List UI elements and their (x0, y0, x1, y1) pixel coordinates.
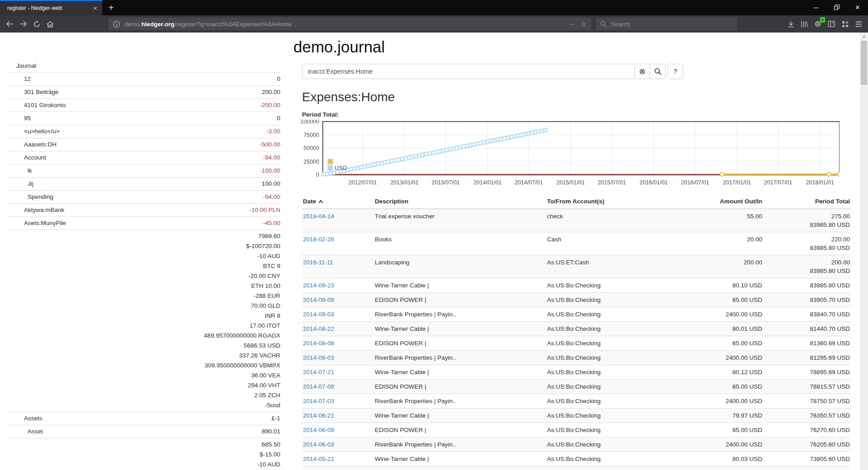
reload-icon (33, 21, 40, 28)
page-actions-icon[interactable]: ⋯ (569, 20, 575, 28)
sidebar-account-link[interactable]: <u>hello</u> (7, 127, 60, 136)
reload-button[interactable] (30, 17, 43, 31)
balance-amount: 294.00 VHT (204, 381, 280, 390)
transaction-date-link[interactable]: 2014-08-08 (303, 340, 334, 347)
transaction-amount: 80.12 USD (673, 365, 763, 380)
transaction-row[interactable]: 2016-11-11LandscapingAs:US:ET:Cash200.00… (302, 255, 851, 278)
back-button[interactable] (3, 17, 16, 31)
transaction-row[interactable]: 2014-06-03RiverBank Properties | Payin..… (302, 437, 851, 452)
sidebar-account-link[interactable]: Assets (7, 414, 42, 423)
column-header-date[interactable]: Date (302, 194, 374, 209)
search-button[interactable] (650, 64, 665, 79)
bookmark-star-icon[interactable]: ☆ (580, 20, 587, 28)
sidebar-account-link[interactable]: 95 (7, 113, 31, 123)
transaction-row[interactable]: 2014-07-09EDISON POWER |As:US:Bo:Checkin… (302, 380, 851, 394)
transaction-date-link[interactable]: 2016-11-11 (303, 259, 333, 266)
transaction-row[interactable]: 2014-08-03RiverBank Properties | Payin..… (302, 351, 851, 365)
transaction-row[interactable]: 2014-06-21Wine-Tarner Cable |As:US:Bo:Ch… (302, 409, 851, 423)
transaction-date-link[interactable]: 2014-07-03 (303, 398, 334, 404)
library-button[interactable] (797, 17, 811, 31)
transaction-row[interactable]: 2014-09-23Wine-Tarner Cable |As:US:Bo:Ch… (302, 278, 851, 293)
transaction-row[interactable]: 2014-09-08EDISON POWER |As:US:Bo:Checkin… (302, 293, 851, 307)
forward-button[interactable] (16, 17, 30, 31)
transaction-date-link[interactable]: 2014-06-21 (303, 412, 334, 419)
transaction-amount: 80.10 USD (673, 278, 763, 293)
transaction-row[interactable]: 2018-02-28BooksCash20.00220.0083985.80 U… (302, 232, 851, 255)
url-text[interactable]: demo.hledger.org/register?q=inacct%3AExp… (124, 21, 569, 28)
apps-button[interactable] (838, 17, 852, 31)
transaction-period-total: 83985.80 USD (763, 278, 851, 293)
transaction-row[interactable]: 2014-08-22Wine-Tarner Cable |As:US:Bo:Ch… (302, 322, 851, 336)
transaction-amount: 2400.00 USD (673, 394, 763, 409)
transaction-row[interactable]: 2014-09-03RiverBank Properties | Payin..… (302, 307, 851, 322)
series-point (827, 172, 830, 176)
clear-query-button[interactable]: ⊗ (635, 64, 650, 79)
register-table: DateDescriptionTo/From Account(s)Amount … (302, 194, 851, 470)
transaction-date-link[interactable]: 2014-06-03 (303, 441, 334, 448)
window-restore-button[interactable] (826, 0, 847, 14)
transaction-date-link[interactable]: 2014-08-03 (303, 354, 334, 361)
transaction-period-total: 83840.70 USD (763, 307, 851, 322)
transaction-account: As:US:Bo:Checking (546, 365, 673, 380)
menu-button[interactable] (852, 17, 865, 31)
transaction-row[interactable]: 2014-07-03RiverBank Properties | Payin..… (302, 394, 851, 409)
transaction-date-link[interactable]: 2014-09-08 (303, 296, 334, 303)
scrollbar-up-icon[interactable]: ▲ (860, 33, 868, 40)
reader-sidebar-button[interactable] (825, 17, 838, 31)
transaction-date-link[interactable]: 2014-08-22 (303, 325, 334, 332)
sidebar-account-link[interactable]: Aktywa:mBank (7, 205, 64, 215)
site-info-icon[interactable] (113, 21, 120, 28)
transaction-date-link[interactable]: 2014-05-21 (303, 456, 334, 462)
scrollbar-thumb[interactable] (861, 41, 867, 85)
transaction-row[interactable]: 2014-07-21Wine-Tarner Cable |As:US:Bo:Ch… (302, 365, 851, 380)
downloads-button[interactable] (784, 17, 797, 31)
transaction-date-link[interactable]: 2018-04-14 (303, 213, 334, 220)
browser-search-bar[interactable]: Search (596, 18, 737, 30)
transaction-account: As:US:Bo:Checking (546, 409, 673, 423)
transaction-date-link[interactable]: 2014-09-23 (303, 282, 334, 289)
transaction-date-link[interactable]: 2014-06-09 (303, 427, 334, 433)
sidebar-account-link[interactable]: 12 (7, 74, 31, 84)
transaction-row[interactable]: 2014-05-08EDISON POWER |As:US:Bo:Checkin… (302, 466, 851, 470)
tab-close-icon[interactable]: ✕ (89, 5, 98, 12)
balance-amount: 337.26 VACHR (204, 351, 280, 361)
query-input[interactable] (302, 64, 635, 79)
transaction-date-link[interactable]: 2014-09-03 (303, 311, 334, 318)
sidebar-account-link[interactable]: Jij (7, 179, 33, 189)
period-total-line: 81440.70 USD (764, 324, 850, 333)
sidebar-account-link[interactable]: 4101 Girokonto (7, 100, 66, 110)
period-total-chart[interactable]: 02500050000750001000002012/07/012013/01/… (301, 120, 858, 192)
help-button[interactable]: ? (668, 64, 683, 79)
transaction-period-total: 78895.69 USD (763, 365, 851, 380)
window-close-button[interactable]: ✕ (847, 0, 868, 14)
balance-amount: INR 8 (204, 311, 280, 321)
url-bar[interactable]: demo.hledger.org/register?q=inacct%3AExp… (108, 18, 591, 30)
transaction-row[interactable]: 2018-04-14Trial expense vouchercheck55.0… (302, 209, 851, 232)
transaction-row[interactable]: 2014-08-08EDISON POWER |As:US:Bo:Checkin… (302, 336, 851, 351)
transaction-date-link[interactable]: 2018-02-28 (303, 236, 334, 243)
window-minimize-button[interactable]: — (806, 0, 826, 14)
sidebar-account-link[interactable]: Spending (7, 192, 53, 202)
transaction-row[interactable]: 2014-05-21Wine-Tarner Cable |As:US:Bo:Ch… (302, 452, 851, 466)
sidebar-account-balance: -3.00 (266, 127, 280, 136)
transaction-amount: 65.00 USD (673, 423, 763, 437)
transaction-date-link[interactable]: 2014-07-21 (303, 369, 334, 376)
sidebar-account-link[interactable]: Asset (7, 427, 43, 437)
transaction-row[interactable]: 2014-06-09EDISON POWER |As:US:Bo:Checkin… (302, 423, 851, 437)
sidebar-account-row: Spending-94.00 (7, 190, 280, 203)
balance-amount: 7989.60 (204, 231, 280, 241)
transaction-date-link[interactable]: 2014-07-09 (303, 383, 334, 390)
sidebar-account-link[interactable]: 301 Beiträge (7, 87, 59, 97)
balance-amount: -10.00 PLN (250, 205, 280, 215)
browser-tab-active[interactable]: register - hledger-web ✕ (0, 0, 102, 15)
sidebar-account-link[interactable]: Account (7, 153, 46, 163)
sidebar-account-link[interactable]: Asets:MunyPile (7, 218, 66, 228)
sidebar-account-link[interactable]: lk (7, 166, 32, 176)
extension-button[interactable]: 0 (811, 17, 825, 31)
sidebar-account-link[interactable]: Journal (7, 61, 36, 71)
balance-amount: -20.00 CNY (204, 271, 280, 281)
page-scrollbar[interactable]: ▲ (860, 33, 868, 470)
sidebar-account-link[interactable]: Aaasets:DH (7, 140, 57, 150)
home-button[interactable] (43, 17, 57, 31)
new-tab-button[interactable]: + (102, 0, 120, 15)
